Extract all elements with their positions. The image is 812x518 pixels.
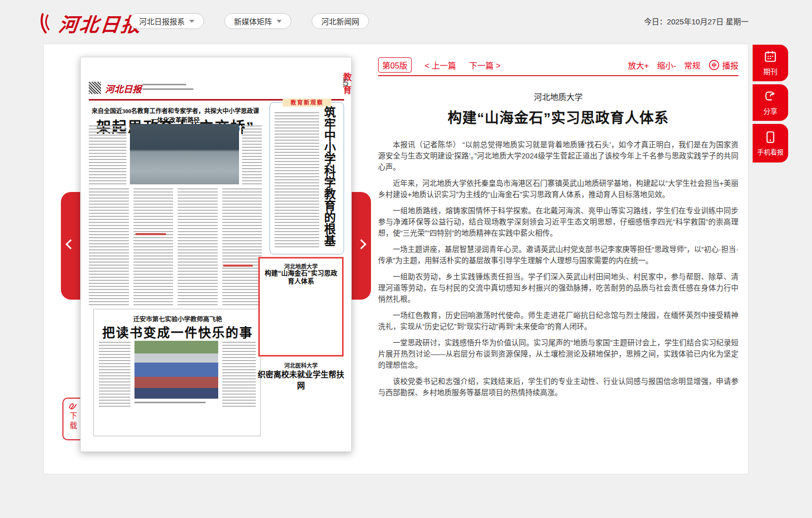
simulated-text-column — [242, 125, 262, 184]
masthead-date-line — [143, 84, 186, 85]
share-button[interactable]: 分享 — [753, 84, 788, 121]
photo-caption-line — [134, 402, 206, 403]
toolbar-actions: 放大+ 缩小- 常规 播报 — [628, 59, 738, 71]
epaper-app: 河北日报 河北日报报系 新媒体矩阵 河北新闻网 今日：2025年10月27日 星… — [0, 0, 812, 518]
highlighted-article-columns — [264, 281, 338, 352]
article-reader: 第05版 < 上一篇 下一篇 > 放大+ 缩小- 常规 播报 河北地 — [378, 57, 738, 403]
article-body: 本报讯（记者陈华） “以前总觉得地质实习就是背着地质锤‘找石头’，如今才真正明白… — [378, 139, 738, 398]
nav-hebei-daily-group[interactable]: 河北日报报系 — [129, 13, 204, 29]
phone-icon — [764, 131, 777, 144]
download-label: 下载 — [67, 412, 78, 431]
simulated-text-column — [275, 112, 319, 248]
article-paragraph: 一场红色教育，历史回响激荡时代使命。师生走进花厂峪抗日纪念馆与烈士陵园，在缅怀英… — [378, 310, 738, 332]
highlighted-article-box[interactable]: 河北地质大学 构建“山海金石”实习思政育人体系 — [258, 257, 344, 357]
simulated-text-column — [222, 342, 256, 407]
middle-article-columns — [99, 409, 256, 433]
lead-article-photo — [130, 124, 239, 184]
article-paragraph: 一组地质路线，熔铸家国情怀于科学探索。在北戴河海滨、亮甲山等实习路线，学生们在专… — [378, 205, 738, 239]
share-icon — [764, 89, 777, 103]
toolbar-divider — [378, 75, 738, 76]
prev-article-link[interactable]: < 上一篇 — [425, 59, 456, 71]
nav-hebei-news-site[interactable]: 河北新闻网 — [312, 13, 369, 29]
vertical-article-title[interactable]: 筑牢中小学科学教育的根基 — [322, 106, 335, 252]
chevron-down-icon — [189, 20, 194, 23]
middle-article-box: 迁安市第七实验小学教师高飞艳 把读书变成一件快乐的事 — [93, 309, 261, 436]
site-header: 河北日报 河北日报报系 新媒体矩阵 河北新闻网 今日：2025年10月27日 星… — [0, 0, 812, 44]
masthead-editor-line — [143, 88, 193, 90]
qr-code — [89, 82, 101, 94]
middle-article-photo — [134, 341, 218, 399]
next-article-link[interactable]: 下一篇 > — [469, 59, 501, 71]
mobile-reading-label: 手机看报 — [757, 147, 784, 156]
article-paragraph: 一场主题讲座，基层智慧浸润青年心灵。邀请英武山村党支部书记李家庚等担任“思政导师… — [378, 244, 738, 266]
nav-new-media-matrix[interactable]: 新媒体矩阵 — [224, 13, 291, 29]
article-paragraph: 该校党委书记和志强介绍，实践结束后，学生们的专业主动性、行业认同感与报国信念明显… — [378, 376, 738, 398]
calendar-icon — [764, 50, 777, 63]
share-label: 分享 — [763, 106, 777, 116]
chevron-down-icon — [277, 20, 282, 23]
edition-badge[interactable]: 第05版 — [378, 57, 412, 73]
zoom-in-button[interactable]: 放大+ — [628, 59, 649, 71]
article-paragraph: 一组助农劳动，乡土实践锤炼责任担当。学子们深入英武山村田间地头、村民家中，参与帮… — [378, 271, 738, 305]
pdf-icon — [67, 402, 78, 411]
newspaper-page-thumbnail[interactable]: 河北日报 教 育 5 来自全国近300名教育工作者和专家学者，共探大中小学思政课… — [80, 57, 352, 452]
speaker-icon — [708, 59, 720, 71]
mobile-reading-button[interactable]: 手机看报 — [753, 124, 788, 163]
masthead-logo: 河北日报 — [105, 82, 142, 95]
nav-label: 河北日报报系 — [139, 16, 185, 26]
hebei-daily-logo[interactable]: 河北日报 — [40, 9, 142, 37]
section-page-number: 5 — [343, 77, 349, 88]
article-paragraph: 一堂思政研讨，实践感悟升华为价值认同。实习尾声的“地质与家国”主题研讨会上，学生… — [378, 337, 738, 371]
journal-label: 期刊 — [763, 66, 777, 76]
today-date: 今日：2025年10月27日 星期一 — [644, 16, 749, 26]
article-paragraph: 近年来，河北地质大学依托秦皇岛市海港区石门寨镇英武山地质研学基地，构建起以“大学… — [378, 178, 738, 200]
middle-article-headline[interactable]: 把读书变成一件快乐的事 — [94, 322, 261, 341]
lead-article-columns — [89, 188, 262, 305]
broadcast-label: 播报 — [722, 59, 738, 71]
article-kicker: 河北地质大学 — [378, 90, 738, 103]
zoom-out-button[interactable]: 缩小- — [657, 59, 676, 71]
simulated-text-column — [89, 125, 126, 184]
chevron-left-icon — [65, 239, 76, 249]
nav-label: 新媒体矩阵 — [234, 16, 272, 26]
article-title: 构建“山海金石”实习思政育人体系 — [378, 107, 738, 127]
broadcast-button[interactable]: 播报 — [708, 59, 738, 71]
chevron-right-icon — [356, 239, 366, 249]
article-paragraph: 本报讯（记者陈华） “以前总觉得地质实习就是背着地质锤‘找石头’，如今才真正明白… — [378, 139, 738, 173]
logo-swoosh-icon — [40, 12, 57, 35]
normal-size-button[interactable]: 常规 — [684, 59, 700, 71]
bottom-article-columns — [257, 381, 344, 443]
article-toolbar: 第05版 < 上一篇 下一篇 > 放大+ 缩小- 常规 播报 — [378, 57, 738, 73]
journal-button[interactable]: 期刊 — [753, 45, 788, 81]
simulated-text-column — [99, 342, 130, 407]
education-observe-badge: 教育新观察 — [283, 99, 331, 107]
header-nav: 河北日报报系 新媒体矩阵 河北新闻网 — [129, 13, 369, 29]
nav-label: 河北新闻网 — [321, 16, 359, 26]
